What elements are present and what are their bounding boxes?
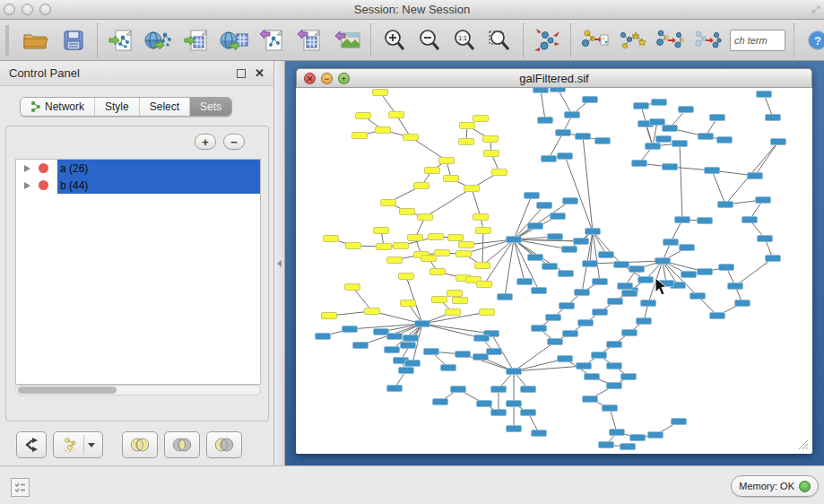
graph-node-blue[interactable] — [690, 293, 706, 300]
search-input[interactable] — [730, 30, 785, 51]
graph-node-blue[interactable] — [675, 217, 690, 223]
graph-node-blue[interactable] — [655, 258, 671, 265]
graph-node-blue[interactable] — [663, 164, 678, 170]
graph-edge[interactable] — [514, 342, 555, 371]
graph-node-blue[interactable] — [620, 444, 636, 450]
graph-node-yellow[interactable] — [377, 244, 392, 250]
graph-node-yellow[interactable] — [459, 139, 474, 145]
graph-node-blue[interactable] — [632, 161, 647, 167]
graph-node-blue[interactable] — [585, 374, 600, 380]
graph-node-blue[interactable] — [756, 197, 771, 204]
graph-node-blue[interactable] — [607, 363, 622, 369]
graph-node-blue[interactable] — [634, 103, 649, 109]
graph-edge[interactable] — [663, 261, 698, 296]
create-set-from-selection-button[interactable] — [53, 431, 103, 458]
graph-node-blue[interactable] — [491, 410, 507, 416]
graph-edge[interactable] — [472, 188, 481, 217]
import-network-web-button[interactable] — [143, 25, 174, 56]
graph-node-yellow[interactable] — [425, 168, 440, 174]
graph-node-blue[interactable] — [548, 339, 563, 345]
import-table-web-button[interactable] — [219, 25, 249, 56]
close-panel-icon[interactable]: ✕ — [255, 69, 265, 78]
sets-list[interactable]: a (26) b (44) — [15, 159, 261, 385]
graph-node-yellow[interactable] — [448, 235, 464, 241]
set-row-b[interactable]: b (44) — [16, 177, 260, 194]
graph-node-blue[interactable] — [577, 363, 592, 369]
graph-node-blue[interactable] — [681, 272, 697, 278]
graph-node-yellow[interactable] — [453, 298, 468, 304]
graph-node-blue[interactable] — [650, 119, 665, 126]
collapse-panel-icon[interactable] — [277, 260, 282, 267]
minimize-network-icon[interactable]: − — [321, 73, 333, 84]
graph-node-blue[interactable] — [638, 277, 654, 283]
graph-node-yellow[interactable] — [374, 228, 389, 234]
graph-node-blue[interactable] — [663, 126, 678, 132]
graph-node-blue[interactable] — [766, 115, 781, 121]
graph-node-blue[interactable] — [405, 361, 421, 367]
memory-status-button[interactable]: Memory: OK — [731, 475, 819, 497]
graph-node-blue[interactable] — [698, 218, 713, 224]
graph-node-blue[interactable] — [521, 387, 536, 393]
new-network-selected-button[interactable] — [655, 25, 685, 56]
graph-node-blue[interactable] — [583, 396, 598, 403]
export-table-button[interactable] — [294, 25, 325, 56]
window-resize-icon[interactable]: ⤢ — [811, 4, 820, 15]
graph-node-yellow[interactable] — [376, 127, 391, 134]
graph-node-blue[interactable] — [728, 283, 743, 290]
graph-node-blue[interactable] — [521, 410, 536, 416]
graph-node-blue[interactable] — [648, 432, 664, 439]
hide-selected-button[interactable] — [692, 25, 723, 56]
graph-node-blue[interactable] — [451, 387, 466, 393]
graph-node-blue[interactable] — [621, 374, 637, 380]
network-window-titlebar[interactable]: ✕ − + galFiltered.sif — [296, 68, 812, 88]
graph-node-blue[interactable] — [556, 130, 571, 136]
graph-node-yellow[interactable] — [460, 123, 475, 129]
graph-node-yellow[interactable] — [447, 291, 463, 297]
graph-node-blue[interactable] — [641, 300, 656, 307]
graph-node-blue[interactable] — [517, 279, 533, 285]
graph-node-blue[interactable] — [742, 217, 758, 223]
graph-node-blue[interactable] — [491, 387, 507, 393]
network-from-selection-button[interactable] — [579, 25, 610, 56]
horizontal-scrollbar[interactable] — [15, 385, 261, 395]
graph-node-blue[interactable] — [548, 234, 563, 240]
graph-node-blue[interactable] — [403, 335, 419, 342]
graph-node-blue[interactable] — [735, 300, 750, 307]
panel-splitter[interactable] — [274, 61, 285, 465]
graph-node-blue[interactable] — [542, 264, 558, 270]
graph-node-blue[interactable] — [532, 430, 547, 437]
open-session-button[interactable] — [21, 25, 51, 56]
tab-network[interactable]: Network — [21, 98, 94, 116]
graph-node-yellow[interactable] — [444, 176, 459, 182]
add-set-button[interactable]: + — [195, 134, 216, 150]
graph-node-blue[interactable] — [698, 134, 714, 140]
graph-edge[interactable] — [541, 90, 545, 120]
help-button[interactable]: ? — [802, 25, 824, 56]
close-network-icon[interactable]: ✕ — [304, 73, 316, 84]
graph-node-blue[interactable] — [546, 315, 561, 321]
graph-node-yellow[interactable] — [356, 113, 371, 119]
graph-node-blue[interactable] — [583, 261, 598, 267]
graph-node-blue[interactable] — [578, 320, 594, 326]
graph-node-blue[interactable] — [593, 309, 608, 316]
graph-node-blue[interactable] — [672, 141, 688, 147]
export-image-button[interactable] — [332, 25, 362, 56]
graph-node-blue[interactable] — [532, 326, 547, 332]
graph-node-yellow[interactable] — [480, 309, 495, 316]
graph-node-blue[interactable] — [374, 329, 389, 335]
scrollbar-thumb[interactable] — [18, 387, 117, 394]
graph-node-yellow[interactable] — [475, 263, 490, 269]
graph-node-blue[interactable] — [607, 383, 622, 389]
graph-node-yellow[interactable] — [446, 309, 461, 316]
graph-node-blue[interactable] — [705, 168, 720, 174]
tab-sets[interactable]: Sets — [189, 98, 231, 116]
graph-node-yellow[interactable] — [373, 90, 388, 96]
close-window-button[interactable] — [4, 4, 15, 15]
graph-node-blue[interactable] — [757, 91, 772, 98]
graph-node-blue[interactable] — [415, 321, 430, 327]
difference-sets-button[interactable] — [206, 431, 242, 458]
graph-edge[interactable] — [352, 287, 372, 311]
graph-node-blue[interactable] — [473, 354, 489, 361]
graph-node-blue[interactable] — [343, 326, 358, 333]
graph-node-blue[interactable] — [656, 136, 672, 143]
